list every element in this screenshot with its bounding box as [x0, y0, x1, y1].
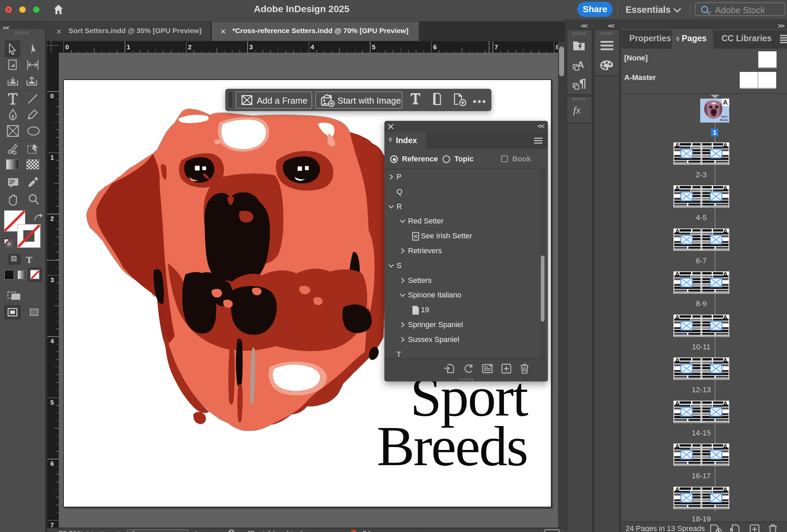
- svg-text:A: A: [675, 228, 680, 235]
- svg-text:A: A: [723, 314, 727, 322]
- svg-text:A: A: [723, 98, 727, 106]
- svg-text:A: A: [675, 400, 680, 407]
- svg-text:A: A: [675, 185, 680, 192]
- svg-text:A: A: [723, 271, 727, 278]
- svg-text:A: A: [675, 443, 680, 450]
- svg-text:A: A: [723, 185, 727, 192]
- svg-text:A: A: [675, 357, 680, 364]
- svg-text:A: A: [723, 486, 727, 493]
- svg-text:A: A: [675, 486, 680, 493]
- svg-text:A: A: [723, 142, 727, 149]
- svg-text:A: A: [723, 443, 727, 450]
- svg-text:A: A: [723, 400, 727, 407]
- svg-text:Breeds: Breeds: [720, 118, 727, 121]
- svg-text:A: A: [675, 314, 680, 322]
- svg-text:A: A: [675, 271, 680, 278]
- svg-text:A: A: [675, 142, 680, 149]
- svg-text:Sport: Sport: [721, 115, 727, 118]
- svg-text:A: A: [723, 228, 727, 235]
- svg-text:A: A: [723, 357, 727, 364]
